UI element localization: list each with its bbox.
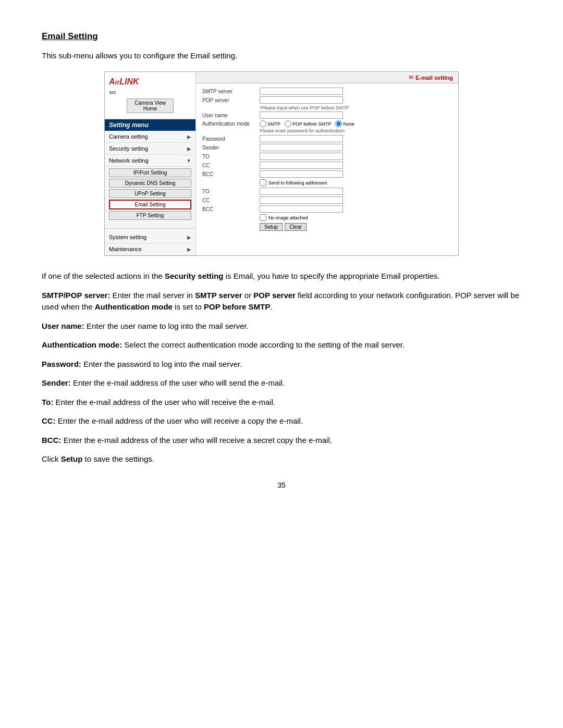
setting-menu-header: Setting menu — [105, 119, 195, 131]
sender-row: Sender — [202, 144, 452, 151]
send-following-label: Send to following addresses — [268, 180, 327, 186]
desc-auth: Authentication mode: Select the correct … — [42, 339, 521, 351]
to2-row: TO — [202, 188, 452, 195]
bcc2-label: BCC — [202, 206, 260, 212]
cc-input[interactable] — [260, 162, 343, 169]
maintenance-arrow-icon: ▶ — [187, 246, 191, 252]
ui-screenshot: AirLINK 101 Camera View Home Setting men… — [104, 71, 459, 256]
descriptions: If one of the selected actions in the Se… — [42, 270, 521, 465]
system-setting-label: System setting — [109, 234, 146, 240]
auth-row: Authentication mode SMTP POP before SMTP… — [202, 120, 452, 127]
topbar: ✉ E-mail setting — [196, 72, 458, 83]
pop-input[interactable] — [260, 96, 343, 104]
bcc-label: BCC — [202, 171, 260, 177]
sub-menu-buttons: IP/Port Setting Dynamic DNS Setting UPnP… — [105, 167, 195, 223]
desc-to: To: Enter the e-mail address of the user… — [42, 397, 521, 409]
sidebar: AirLINK 101 Camera View Home Setting men… — [105, 72, 196, 255]
pop-label: POP server — [202, 97, 260, 103]
page-number: 35 — [42, 481, 521, 489]
radio-pop[interactable]: POP before SMTP — [285, 120, 331, 127]
logo: AirLINK 101 — [109, 77, 191, 96]
page-title: Email Setting — [42, 31, 521, 42]
username-input[interactable] — [260, 112, 343, 119]
sidebar-bottom: System setting ▶ Maintenance ▶ — [105, 228, 195, 255]
clear-button[interactable]: Clear — [285, 223, 307, 231]
camera-view-home-button[interactable]: Camera View Home — [127, 98, 174, 113]
auth-label: Authentication mode — [202, 121, 260, 127]
cc-label: CC — [202, 163, 260, 168]
username-label: User name — [202, 113, 260, 118]
radio-none[interactable]: None — [335, 120, 354, 127]
pop-row: POP server — [202, 96, 452, 104]
form-buttons: Setup Clear — [260, 223, 452, 231]
to-row: TO — [202, 153, 452, 160]
cc-row: CC — [202, 162, 452, 169]
intro-text: This sub-menu allows you to configure th… — [42, 51, 521, 60]
camera-setting-label: Camera setting — [109, 133, 148, 140]
setup-button[interactable]: Setup — [260, 223, 283, 231]
smtp-row: SMTP server — [202, 88, 452, 95]
desc-security: If one of the selected actions in the Se… — [42, 270, 521, 282]
smtp-label: SMTP server — [202, 89, 260, 94]
sender-label: Sender — [202, 145, 260, 151]
topbar-title: E-mail setting — [415, 75, 453, 81]
sender-input[interactable] — [260, 144, 343, 151]
logo-area: AirLINK 101 Camera View Home — [105, 72, 195, 119]
password-row: Password — [202, 135, 452, 142]
username-row: User name — [202, 112, 452, 119]
desc-username: User name: Enter the user name to log in… — [42, 320, 521, 332]
bcc2-row: BCC — [202, 205, 452, 213]
send-following-checkbox[interactable] — [260, 179, 266, 186]
send-following-row: Send to following addresses — [260, 179, 452, 186]
to-input[interactable] — [260, 153, 343, 160]
security-arrow-icon: ▶ — [187, 146, 191, 152]
network-setting-label: Network setting — [109, 157, 149, 164]
no-image-label: No image attached — [268, 215, 308, 220]
desc-bcc: BCC: Enter the e-mail address of the use… — [42, 435, 521, 447]
security-setting-label: Security setting — [109, 145, 148, 152]
smtp-input[interactable] — [260, 88, 343, 95]
ip-port-setting-button[interactable]: IP/Port Setting — [109, 168, 191, 177]
cc2-row: CC — [202, 196, 452, 204]
system-arrow-icon: ▶ — [187, 235, 191, 240]
auth-note: Please enter password for authentication — [260, 128, 452, 133]
pop-note: *Please input when use POP before SMTP — [260, 105, 452, 110]
desc-smtp: SMTP/POP server: Enter the mail server i… — [42, 290, 521, 313]
bcc-row: BCC — [202, 170, 452, 178]
bcc2-input[interactable] — [260, 205, 343, 213]
to-label: TO — [202, 154, 260, 159]
sidebar-item-system[interactable]: System setting ▶ — [105, 231, 195, 243]
desc-setup: Click Setup to save the settings. — [42, 453, 521, 465]
sidebar-item-network[interactable]: Network setting ▼ — [105, 155, 195, 167]
desc-sender: Sender: Enter the e-mail address of the … — [42, 377, 521, 389]
password-input[interactable] — [260, 135, 343, 142]
maintenance-label: Maintenance — [109, 246, 142, 252]
no-image-checkbox[interactable] — [260, 214, 266, 221]
form-area: SMTP server POP server *Please input whe… — [196, 83, 458, 255]
dynamic-dns-setting-button[interactable]: Dynamic DNS Setting — [109, 179, 191, 188]
ftp-setting-button[interactable]: FTP Setting — [109, 211, 191, 220]
radio-smtp[interactable]: SMTP — [260, 120, 280, 127]
network-arrow-icon: ▼ — [186, 158, 191, 164]
sidebar-item-maintenance[interactable]: Maintenance ▶ — [105, 243, 195, 255]
to2-input[interactable] — [260, 188, 343, 195]
email-setting-button[interactable]: Email Setting — [109, 200, 191, 209]
mail-icon: ✉ — [409, 74, 413, 81]
bcc-input[interactable] — [260, 170, 343, 178]
desc-cc: CC: Enter the e-mail address of the user… — [42, 415, 521, 427]
password-label: Password — [202, 136, 260, 142]
radio-group: SMTP POP before SMTP None — [260, 120, 354, 127]
sidebar-item-security[interactable]: Security setting ▶ — [105, 143, 195, 155]
camera-arrow-icon: ▶ — [187, 134, 191, 140]
cc2-input[interactable] — [260, 196, 343, 204]
upnp-setting-button[interactable]: UPnP Setting — [109, 189, 191, 198]
desc-password: Password: Enter the password to log into… — [42, 359, 521, 371]
sidebar-item-camera[interactable]: Camera setting ▶ — [105, 131, 195, 143]
cc2-label: CC — [202, 198, 260, 203]
main-panel: ✉ E-mail setting SMTP server POP server … — [196, 72, 458, 255]
to2-label: TO — [202, 189, 260, 194]
no-image-row: No image attached — [260, 214, 452, 221]
